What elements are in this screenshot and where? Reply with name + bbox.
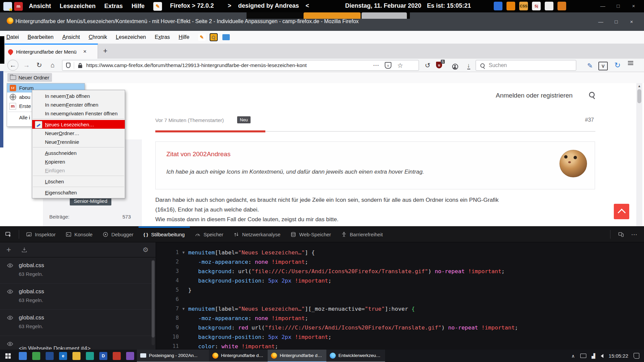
toolbar-menu-item[interactable]: Extras [104,3,123,10]
page-scrollbar[interactable]: ▲ [636,83,642,226]
devtools-tab-konsole[interactable]: Konsole [61,227,98,242]
devtools-options-icon[interactable]: ⋯ [629,231,639,238]
toolbar-menu-item[interactable]: Lesezeichen [60,3,96,10]
new-tab-button[interactable]: + [101,46,110,56]
context-item-in-neuem-tab-öffnen[interactable]: In neuem Tab öffnen [32,92,125,100]
devtools-tab-speicher[interactable]: Speicher [190,227,228,242]
menubar-item-bearbeiten[interactable]: Bearbeiten [28,34,53,40]
globe-app-icon[interactable] [46,352,54,360]
monitor-icon[interactable] [580,354,586,358]
swirl-addon-icon[interactable]: ↻ [612,60,623,71]
post-number-link[interactable]: #37 [585,117,594,123]
devtools-tab-barrierefreiheit[interactable]: Barrierefreiheit [336,227,388,242]
context-item-in-neuem-fenster-öffnen[interactable]: In neuem Fenster öffnen [32,100,125,109]
forward-button[interactable]: → [21,60,32,70]
start-button[interactable] [0,350,16,362]
pencil-icon[interactable]: ✎ [198,34,206,41]
responsive-mode-icon[interactable] [616,232,626,237]
network-icon[interactable]: ▟ [592,353,595,359]
scrollbar-up-arrow[interactable]: ▲ [638,84,641,88]
browser-icon[interactable] [19,352,27,360]
dino-app-icon[interactable] [32,352,40,360]
taskbar-mail-window[interactable]: Posteingang - 2002An... [137,350,209,362]
pocket-icon[interactable]: ∨ [382,62,394,69]
stylesheet-entry[interactable]: global.css63 Regeln. [0,284,156,310]
m-app-icon[interactable]: m [14,2,23,11]
red-app-icon[interactable] [113,352,121,360]
context-item-einfügen[interactable]: Einfügen [32,166,125,175]
signin-link[interactable]: Anmelden oder registrieren [496,92,573,99]
minimize-button[interactable]: — [595,1,610,11]
menubar-item-datei[interactable]: Datei [6,34,19,40]
import-sheet-icon[interactable] [17,247,31,253]
context-item-in-neuem-privaten-fenster-öffnen[interactable]: In neuem privaten Fenster öffnen [32,109,125,118]
violet-app-icon[interactable] [126,352,134,360]
taskbar-window-hintergrundfarbe-der-[interactable]: Hintergrundfarbe der ... [268,350,326,362]
account-icon[interactable] [449,61,461,72]
stylesheet-entry[interactable]: global.css63 Regeln. [0,257,156,284]
menubar-item-chronik[interactable]: Chronik [89,34,107,40]
search-addon-icon[interactable] [210,33,218,41]
flame-icon[interactable] [557,2,566,10]
pencil-icon[interactable]: ✎ [153,2,162,11]
maximize-button[interactable]: □ [608,16,624,26]
css-addon-icon[interactable]: CSS [519,2,528,10]
ublock-icon[interactable]: u5 [436,62,442,68]
pick-element-icon[interactable] [0,231,17,237]
context-item-neuer-ordner-[interactable]: Neuer Ordner… [32,129,125,137]
tab-close-icon[interactable]: × [83,48,87,55]
teal-app-icon[interactable] [86,352,94,360]
scroll-to-top-button[interactable] [614,204,629,219]
eye-icon[interactable] [7,314,13,321]
devtools-tab-netzwerkanalyse[interactable]: Netzwerkanalyse [228,227,285,242]
history-icon[interactable]: ↺ [422,60,433,71]
refresh-addon-icon[interactable] [506,2,515,10]
stylesheet-entry[interactable]: global.css63 Regeln. [0,310,156,336]
speaker-icon[interactable] [601,354,603,358]
menubar-item-hilfe[interactable]: Hilfe [179,34,190,40]
v-addon-icon[interactable]: V [598,62,608,70]
eye-icon[interactable] [7,262,13,269]
script-addon-icon[interactable]: Sj [532,2,541,10]
avatar[interactable] [559,150,587,177]
reload-button[interactable]: ↻ [34,60,45,70]
restore-button[interactable]: □ [610,1,626,11]
context-item-kopieren[interactable]: Kopieren [32,157,125,166]
context-item-ausschneiden[interactable]: Ausschneiden [32,148,125,157]
eye-icon[interactable] [7,341,13,347]
context-item-löschen[interactable]: Löschen [32,177,125,186]
bookmark-folder-neuer-ordner[interactable]: Neuer Ordner [7,73,52,82]
menubar-item-lesezeichen[interactable]: Lesezeichen [116,34,146,40]
taskbar-window-hintergrundfarbe-der-[interactable]: Hintergrundfarbe der ... [209,350,268,362]
close-button[interactable]: × [626,1,641,11]
devtools-tab-inspektor[interactable]: Inspektor [21,227,61,242]
menubar-item-ansicht[interactable]: Ansicht [62,34,80,40]
notes-icon[interactable] [545,2,553,10]
folder-addon-icon[interactable] [222,34,230,40]
menubar-item-extras[interactable]: Extras [155,34,170,40]
toolbar-menu-item[interactable]: Hilfe [131,3,145,10]
context-item-neues-lesezeichen-[interactable]: Neues Lesezeichen… [32,120,125,129]
gear-icon[interactable]: ⚙ [136,246,156,254]
taskbar-window-entwicklerwerkzeuge-[interactable]: Entwicklerwerkzeuge ... [326,350,385,362]
tracking-shield-icon[interactable] [62,63,74,68]
taskbar-clock[interactable]: 15:05:22 [609,353,628,359]
devtools-tab-stilbearbeitung[interactable]: { }Stilbearbeitung [139,227,190,242]
download-icon[interactable]: ↓ [463,61,474,71]
hidden-icons-caret[interactable]: ∧ [572,353,575,359]
close-button[interactable]: × [624,16,639,26]
context-item-eigenschaften[interactable]: Eigenschaften [32,188,125,197]
eye-icon[interactable] [7,288,13,295]
sheet-list-scrollbar[interactable] [152,260,155,345]
back-button[interactable]: ← [7,60,18,71]
url-bar[interactable]: https://www.camp-firefox.de/forum/thema/… [62,60,419,71]
page-search-icon[interactable] [590,93,594,97]
tab-hintergrundfarbe[interactable]: Hintergrundfarbe der Menü × [5,44,98,59]
home-button[interactable]: ⌂ [47,60,58,70]
scrollbar-thumb[interactable] [637,89,641,103]
new-sheet-icon[interactable]: + [0,245,17,254]
page-actions-icon[interactable]: ⋯ [370,62,382,69]
pen-addon-icon[interactable]: ✎ [584,60,596,71]
window-icon[interactable] [494,2,502,10]
url-text[interactable]: https://www.camp-firefox.de/forum/thema/… [86,62,370,68]
